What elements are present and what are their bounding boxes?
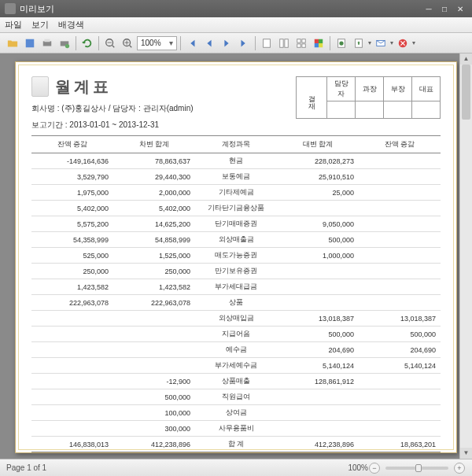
watermark-icon[interactable] — [334, 35, 349, 51]
menu-background[interactable]: 배경색 — [58, 19, 84, 31]
print-setup-icon[interactable] — [57, 35, 72, 51]
table-row: 54,358,99954,858,999외상매출금500,000 — [31, 232, 441, 248]
table-row: 지급어음500,000500,000 — [31, 327, 441, 342]
first-page-icon[interactable] — [184, 35, 200, 51]
table-row: 부가세예수금5,140,1245,140,124 — [31, 358, 441, 374]
table-row: 500,000직원급여 — [31, 389, 441, 405]
svg-rect-22 — [319, 43, 323, 47]
page-indicator: Page 1 of 1 — [6, 463, 46, 472]
svg-rect-20 — [319, 39, 323, 42]
table-row: -149,164,63678,863,637현금228,028,273 — [31, 153, 441, 169]
next-page-icon[interactable] — [219, 35, 234, 51]
menu-view[interactable]: 보기 — [31, 19, 49, 31]
zoom-plus-button[interactable]: + — [454, 463, 465, 474]
table-row: 예수금204,690204,690 — [31, 342, 441, 358]
svg-point-24 — [339, 41, 343, 45]
zoom-indicator: 100% — [348, 463, 368, 472]
svg-rect-18 — [301, 43, 304, 46]
table-row: 300,000사무용품비 — [31, 421, 441, 437]
export-icon[interactable] — [351, 35, 367, 51]
close-button[interactable]: ✕ — [453, 3, 467, 14]
svg-rect-0 — [26, 39, 35, 47]
app-icon — [5, 3, 16, 14]
table-row: 3,529,79029,440,300보통예금25,910,510 — [31, 169, 441, 185]
table-row: 1,423,5821,423,582부가세대급금 — [31, 279, 441, 295]
email-icon[interactable] — [373, 35, 389, 51]
svg-rect-16 — [301, 39, 304, 42]
save-icon[interactable] — [22, 35, 38, 51]
svg-rect-17 — [297, 43, 300, 46]
scroll-thumb — [462, 65, 470, 120]
period-line: 보고기간 : 2013-01-01 ~ 2013-12-31 — [31, 119, 441, 131]
table-row: 1,975,0002,000,000기타제예금25,000 — [31, 185, 441, 201]
print-icon[interactable] — [39, 35, 55, 51]
svg-line-6 — [112, 45, 115, 47]
prev-page-icon[interactable] — [201, 35, 217, 51]
page-title: 월계표 — [55, 76, 112, 98]
svg-rect-1 — [43, 41, 52, 46]
svg-rect-13 — [279, 39, 282, 47]
table-row: 5,402,0005,402,000기타단기금융상품 — [31, 201, 441, 216]
table-row: 100,000상여금 — [31, 405, 441, 421]
table-row: -12,900상품매출128,861,912 — [31, 374, 441, 389]
scroll-down-icon: ▼ — [460, 448, 472, 459]
menubar: 파일 보기 배경색 — [0, 17, 472, 33]
svg-rect-21 — [314, 43, 318, 47]
table-row: 250,000250,000만기보유증권 — [31, 264, 441, 279]
table-row: 222,963,078222,963,078상품 — [31, 295, 441, 311]
report-table: 잔액 증감 차변 합계 계정과목 대변 합계 잔액 증감 -149,164,63… — [31, 135, 441, 452]
titlebar: 미리보기 ─ □ ✕ — [0, 0, 472, 17]
svg-line-9 — [130, 45, 132, 47]
svg-point-4 — [65, 43, 69, 47]
scroll-up-icon: ▲ — [460, 54, 472, 65]
table-row: 5,575,20014,625,200단기매매증권9,050,000 — [31, 216, 441, 232]
zoom-minus-button[interactable]: − — [369, 463, 380, 474]
color-icon[interactable] — [311, 35, 326, 51]
layout2-icon[interactable] — [276, 35, 292, 51]
zoom-slider[interactable] — [385, 467, 448, 470]
table-row: 외상매입금13,018,38713,018,387 — [31, 311, 441, 327]
svg-rect-2 — [45, 39, 50, 42]
svg-rect-14 — [284, 39, 287, 47]
last-page-icon[interactable] — [236, 35, 252, 51]
vertical-scrollbar[interactable]: ▲ ▼ — [459, 54, 472, 459]
open-icon[interactable] — [5, 35, 20, 51]
toolbar: 100%▾ ▾ ▾ ▾ — [0, 33, 472, 54]
zoom-out-icon[interactable] — [102, 35, 118, 51]
svg-rect-19 — [314, 39, 318, 42]
document-icon — [31, 76, 49, 97]
layout1-icon[interactable] — [259, 35, 275, 51]
statusbar: Page 1 of 1 100% − + — [0, 459, 472, 476]
minimize-button[interactable]: ─ — [422, 3, 436, 14]
close-doc-icon[interactable] — [395, 35, 411, 51]
maximize-button[interactable]: □ — [437, 3, 452, 14]
refresh-icon[interactable] — [79, 35, 95, 51]
document-page: 결재 담당자과장부장대표 월계표 회사명 : (주)홍길상사 / 담당자 : 관… — [15, 61, 457, 453]
layout3-icon[interactable] — [293, 35, 309, 51]
workspace: 결재 담당자과장부장대표 월계표 회사명 : (주)홍길상사 / 담당자 : 관… — [0, 54, 472, 459]
total-row: 146,838,013 412,238,896 합 계 412,238,896 … — [31, 437, 441, 452]
menu-file[interactable]: 파일 — [5, 19, 22, 31]
zoom-select[interactable]: 100%▾ — [137, 36, 177, 50]
table-row: 525,0001,525,000매도가능증권1,000,000 — [31, 248, 441, 264]
svg-rect-12 — [263, 39, 270, 47]
zoom-in-icon[interactable] — [120, 35, 135, 51]
window-title: 미리보기 — [20, 3, 54, 15]
approval-box: 결재 담당자과장부장대표 — [296, 76, 441, 119]
svg-rect-15 — [297, 39, 300, 42]
